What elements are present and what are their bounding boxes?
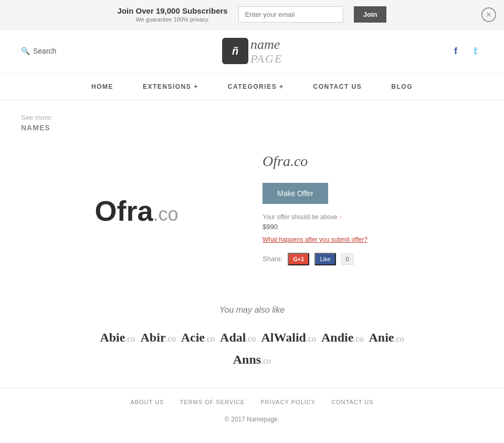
- share-section: Share: G+1 Like 0: [262, 253, 472, 265]
- footer-contact[interactable]: CONTACT US: [331, 399, 374, 405]
- similar-domains-list: Abie.co Abir.co Acie.co Adal.co AlWalid.…: [21, 331, 483, 345]
- nav-categories[interactable]: CATEGORIES +: [213, 74, 299, 100]
- google-plus-button[interactable]: G+1: [288, 253, 309, 265]
- make-offer-button[interactable]: Make Offer: [262, 183, 328, 204]
- facebook-like-button[interactable]: Like: [314, 253, 335, 265]
- footer-links: ABOUT US TERMS OF SERVICE PRIVACY POLICY…: [21, 399, 483, 405]
- join-button[interactable]: Join: [354, 6, 387, 23]
- similar-andie[interactable]: Andie.co: [321, 331, 363, 345]
- copy-brand: Namepage.: [247, 416, 279, 423]
- offer-hint: Your offer should be above ›: [262, 213, 472, 221]
- min-offer-price: $990: [262, 223, 472, 231]
- similar-adal[interactable]: Adal.co: [220, 331, 256, 345]
- domain-name-display: Ofra: [94, 194, 153, 227]
- similar-domains-section: You may also like Abie.co Abir.co Acie.c…: [0, 295, 504, 388]
- breadcrumb-category[interactable]: NAMES: [21, 123, 483, 132]
- breadcrumb: See more: NAMES: [0, 100, 504, 137]
- footer-about[interactable]: ABOUT US: [130, 399, 164, 405]
- fb-like-count: 0: [341, 253, 354, 265]
- domain-full-name: Ofra.co: [262, 153, 472, 170]
- similar-alwalid[interactable]: AlWalid.co: [261, 331, 316, 345]
- fb-like-label: Like: [320, 256, 330, 262]
- similar-row2: Anns.co: [21, 353, 483, 367]
- nav-contact[interactable]: CONTACT US: [299, 74, 377, 100]
- subscription-banner: Join Over 19,000 Subscribers We guarante…: [0, 0, 504, 29]
- nav-home[interactable]: HOME: [77, 74, 128, 100]
- see-more-label: See more:: [21, 114, 52, 121]
- site-footer: ABOUT US TERMS OF SERVICE PRIVACY POLICY…: [0, 388, 504, 434]
- nav-blog[interactable]: BLOG: [376, 74, 427, 100]
- domain-logo-section: Ofra .co: [32, 148, 242, 274]
- site-logo[interactable]: ñ name PAGE: [222, 37, 282, 65]
- similar-acie[interactable]: Acie.co: [181, 331, 215, 345]
- copy-prefix: © 2017: [225, 416, 247, 423]
- copyright: © 2017 Namepage.: [21, 416, 483, 423]
- social-links: f 𝕥: [448, 44, 483, 58]
- close-banner-button[interactable]: ✕: [481, 7, 496, 22]
- similar-abie[interactable]: Abie.co: [100, 331, 135, 345]
- similar-title: You may also like: [21, 305, 483, 315]
- logo-text: name PAGE: [250, 37, 282, 65]
- similar-anns[interactable]: Anns.co: [233, 353, 271, 367]
- email-input[interactable]: [238, 6, 343, 23]
- main-nav: HOME EXTENSIONS + CATEGORIES + CONTACT U…: [0, 74, 504, 100]
- domain-tld-display: .co: [153, 203, 178, 225]
- footer-terms[interactable]: TERMS OF SERVICE: [180, 399, 245, 405]
- nav-extensions[interactable]: EXTENSIONS +: [128, 74, 213, 100]
- similar-abir[interactable]: Abir.co: [141, 331, 176, 345]
- footer-privacy[interactable]: PRIVACY POLICY: [260, 399, 316, 405]
- domain-info: Ofra.co Make Offer Your offer should be …: [262, 148, 472, 274]
- search-trigger[interactable]: 🔍 Search: [21, 47, 56, 55]
- similar-anie[interactable]: Anie.co: [369, 331, 404, 345]
- twitter-icon[interactable]: 𝕥: [468, 44, 483, 58]
- share-label: Share:: [262, 255, 282, 263]
- banner-subtitle: We guarantee 100% privacy.: [118, 16, 228, 23]
- facebook-icon[interactable]: f: [448, 44, 463, 58]
- main-content: Ofra .co Ofra.co Make Offer Your offer s…: [0, 137, 504, 295]
- banner-text: Join Over 19,000 Subscribers We guarante…: [118, 6, 228, 23]
- what-happens-link[interactable]: What happens after you submit offer?: [262, 236, 472, 243]
- site-header: 🔍 Search ñ name PAGE f 𝕥: [0, 29, 504, 74]
- search-label: Search: [33, 47, 56, 55]
- search-icon: 🔍: [21, 47, 30, 55]
- logo-icon-box: ñ: [222, 38, 248, 64]
- offer-arrow-icon: ›: [340, 213, 342, 221]
- banner-title: Join Over 19,000 Subscribers: [118, 6, 228, 15]
- domain-logo-display: Ofra .co: [94, 194, 178, 227]
